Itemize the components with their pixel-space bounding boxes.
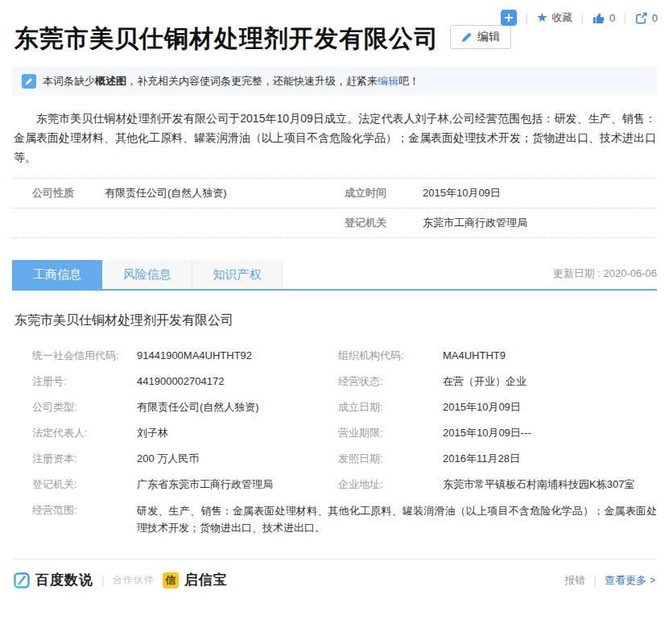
footer-right: 报错 | 查看更多 > [564,573,655,588]
title-row: 东莞市美贝仕铜材处理剂开发有限公司 编辑 [0,0,669,53]
like-button[interactable]: 0 [592,11,615,25]
update-date: 更新日期 : 2020-06-06 [553,266,657,289]
table-row: 统一社会信用代码: 91441900MA4UHTHT92 组织机构代码: MA4… [12,343,657,369]
notice-text: 本词条缺少概述图，补充相关内容使词条更完整，还能快速升级，赶紧来编辑吧！ [43,73,419,89]
summary-label: 成立时间 [345,186,423,200]
field-value: 441900002704172 [137,374,338,390]
summary-row: 登记机关 东莞市工商行政管理局 [12,208,657,238]
baidu-shushuo-label: 百度数说 [35,571,93,589]
favorite-button[interactable]: ★ 收藏 [536,10,572,25]
summary-value: 有限责任公司(自然人独资) [105,186,345,200]
baidu-shushuo-logo-icon [14,572,30,588]
field-label: 注册号: [32,374,137,390]
field-label: 经营范围: [32,502,137,536]
notice-edit-link[interactable]: 编辑 [378,75,399,87]
field-label: 统一社会信用代码: [32,348,137,364]
share-icon [634,11,648,25]
edit-button-label: 编辑 [477,30,500,44]
field-value: MA4UHTHT9 [443,348,657,364]
qixinbao-logo-icon: 信 [163,572,179,588]
summary-table: 公司性质 有限责任公司(自然人独资) 成立时间 2015年10月09日 登记机关… [12,178,657,238]
summary-value: 东莞市工商行政管理局 [423,216,657,230]
table-row: 法定代表人: 刘子林 营业期限: 2015年10月09日--- [12,420,657,446]
summary-label [32,216,105,230]
table-row: 注册号: 441900002704172 经营状态: 在营（开业）企业 [12,369,657,394]
summary-label: 登记机关 [345,216,423,230]
field-label: 企业地址: [338,477,443,493]
qixinbao-brand[interactable]: 信 启信宝 [163,571,228,589]
summary-label: 公司性质 [32,186,105,200]
field-value: 在营（开业）企业 [443,374,657,390]
field-label: 注册资本: [32,451,137,467]
star-icon: ★ [536,11,547,24]
summary-value [105,216,345,230]
divider: | [593,574,597,587]
summary-value: 2015年10月09日 [423,186,657,200]
favorite-label: 收藏 [551,10,572,25]
share-button[interactable]: 0 [634,11,658,25]
field-label: 成立日期: [338,399,443,415]
footer: 百度数说 | 合作伙伴 信 启信宝 报错 | 查看更多 > [12,559,657,597]
baike-company-page: | ★ 收藏 | 0 | 0 东莞市美贝仕铜材处理剂开发有限公司 编辑 本词条缺… [0,0,669,597]
tab-strip: 工商信息 风险信息 知识产权 更新日期 : 2020-06-06 [12,260,657,291]
qixinbao-label: 启信宝 [184,571,228,589]
page-title: 东莞市美贝仕铜材处理剂开发有限公司 [14,24,439,53]
baidu-shushuo-brand[interactable]: 百度数说 [14,571,93,589]
report-error-link[interactable]: 报错 [564,573,585,588]
view-more-link[interactable]: 查看更多 > [605,573,655,588]
table-row: 注册资本: 200 万人民币 发照日期: 2016年11月28日 [12,446,657,472]
field-label: 经营状态: [338,374,443,390]
summary-row: 公司性质 有限责任公司(自然人独资) 成立时间 2015年10月09日 [12,179,657,208]
divider: | [101,574,105,587]
field-value: 2016年11月28日 [443,451,657,467]
divider: | [525,11,528,24]
table-row: 公司类型: 有限责任公司(自然人独资) 成立日期: 2015年10月09日 [12,394,657,420]
table-row-business-scope: 经营范围: 研发、生产、销售：金属表面处理材料、其他化工原料、罐装润滑油（以上项… [12,497,657,541]
tab-risk-info[interactable]: 风险信息 [102,260,192,289]
field-label: 营业期限: [338,425,443,441]
share-count: 0 [652,12,658,24]
add-to-collection-button[interactable] [501,10,517,26]
like-count: 0 [609,12,615,24]
field-value: 2015年10月09日 [443,399,657,415]
chevron-right-icon: > [650,575,655,586]
field-value: 有限责任公司(自然人独资) [137,399,338,415]
field-value: 东莞市常平镇板石村南埔科技园K栋307室 [443,477,657,493]
field-label: 发照日期: [338,451,443,467]
notice-bar: 本词条缺少概述图，补充相关内容使词条更完整，还能快速升级，赶紧来编辑吧！ [12,67,657,96]
business-detail-table: 统一社会信用代码: 91441900MA4UHTHT92 组织机构代码: MA4… [12,343,657,541]
field-value: 广东省东莞市工商行政管理局 [137,477,338,493]
edit-button[interactable]: 编辑 [450,25,511,49]
plus-icon [504,13,514,23]
notice-pencil-icon [22,74,36,89]
divider: | [623,11,626,24]
company-intro-paragraph: 东莞市美贝仕铜材处理剂开发有限公司于2015年10月09日成立。法定代表人刘子林… [14,109,656,167]
tab-business-info[interactable]: 工商信息 [12,260,102,289]
top-action-bar: | ★ 收藏 | 0 | 0 [501,10,658,26]
field-value: 91441900MA4UHTHT92 [137,348,338,364]
tab-intellectual-property[interactable]: 知识产权 [192,260,283,289]
company-name-subtitle: 东莞市美贝仕铜材处理剂开发有限公司 [14,312,657,329]
thumbs-up-icon [592,11,605,25]
field-label: 组织机构代码: [338,348,443,364]
field-value: 200 万人民币 [137,451,338,467]
table-row: 登记机关: 广东省东莞市工商行政管理局 企业地址: 东莞市常平镇板石村南埔科技园… [12,472,657,497]
partner-label: 合作伙伴 [113,573,155,587]
pencil-icon [461,31,473,43]
field-value: 刘子林 [137,425,338,441]
view-more-label: 查看更多 [605,573,646,588]
divider: | [580,11,584,24]
field-label: 公司类型: [32,399,137,415]
field-label: 登记机关: [32,477,137,493]
field-value: 研发、生产、销售：金属表面处理材料、其他化工原料、罐装润滑油（以上项目不含危险化… [137,502,657,536]
field-label: 法定代表人: [32,425,137,441]
field-value: 2015年10月09日--- [443,425,657,441]
